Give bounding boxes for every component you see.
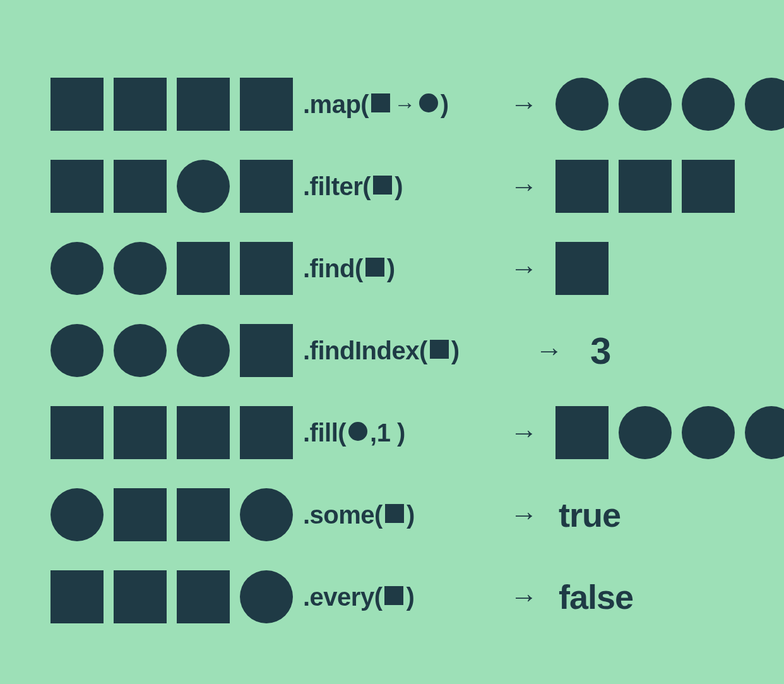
output-shapes [543, 406, 784, 459]
method-row-4: .fill(,1 )→ [50, 392, 734, 474]
circle-icon [114, 324, 167, 377]
method-label: .findIndex() [303, 337, 505, 365]
circle-icon [619, 78, 672, 131]
square-icon [240, 78, 293, 131]
method-prefix: .find( [303, 255, 363, 283]
square-icon [555, 242, 609, 295]
square-icon [50, 406, 104, 459]
result-arrow-icon: → [530, 335, 568, 366]
input-shapes [50, 570, 303, 623]
method-label: .some() [303, 501, 505, 529]
method-suffix: ) [441, 90, 449, 119]
method-row-5: .some()→true [50, 474, 734, 556]
method-suffix: ) [395, 172, 403, 201]
circle-icon [177, 324, 230, 377]
output-text: false [543, 577, 633, 616]
method-row-3: .findIndex()→3 [50, 309, 734, 392]
square-icon [555, 160, 609, 213]
square-icon [240, 324, 293, 377]
circle-icon [745, 406, 784, 459]
method-prefix: .fill( [303, 419, 346, 447]
circle-icon [619, 406, 672, 459]
square-icon [177, 78, 230, 131]
method-suffix: ) [451, 337, 460, 365]
square-icon [371, 93, 390, 112]
method-prefix: .some( [303, 501, 383, 529]
square-icon [384, 586, 403, 605]
circle-icon [419, 93, 438, 112]
method-row-0: .map(→)→ [50, 63, 734, 145]
method-label: .every() [303, 583, 505, 611]
circle-icon [50, 324, 104, 377]
method-suffix: ) [387, 255, 395, 283]
circle-icon [745, 78, 784, 131]
square-icon [50, 570, 104, 623]
circle-icon [177, 160, 230, 213]
method-label: .map(→) [303, 90, 505, 119]
method-prefix: .findIndex( [303, 337, 427, 365]
circle-icon [240, 570, 293, 623]
square-icon [114, 78, 167, 131]
method-suffix: ) [406, 583, 414, 611]
result-arrow-icon: → [505, 581, 543, 613]
output-number: 3 [568, 329, 611, 373]
output-shapes [543, 242, 609, 295]
method-label: .find() [303, 255, 505, 283]
output-shapes [543, 160, 735, 213]
input-shapes [50, 160, 303, 213]
square-icon [50, 160, 104, 213]
result-arrow-icon: → [505, 171, 543, 202]
square-icon [114, 406, 167, 459]
method-suffix: ) [407, 501, 415, 529]
method-row-6: .every()→false [50, 556, 734, 638]
square-icon [430, 340, 449, 359]
input-shapes [50, 78, 303, 131]
array-methods-diagram: .map(→)→.filter()→.find()→.findIndex()→3… [50, 63, 734, 638]
square-icon [177, 488, 230, 541]
circle-icon [555, 78, 609, 131]
square-icon [373, 176, 392, 195]
arrow-icon: → [394, 92, 415, 117]
square-icon [177, 570, 230, 623]
method-prefix: .every( [303, 583, 382, 611]
output-shapes [543, 78, 784, 131]
square-icon [240, 160, 293, 213]
method-label: .filter() [303, 172, 505, 201]
square-icon [240, 242, 293, 295]
circle-icon [682, 78, 735, 131]
method-prefix: .map( [303, 90, 369, 119]
circle-icon [682, 406, 735, 459]
circle-icon [114, 242, 167, 295]
square-icon [114, 160, 167, 213]
input-shapes [50, 406, 303, 459]
square-icon [385, 504, 404, 523]
square-icon [50, 78, 104, 131]
circle-icon [348, 422, 367, 441]
square-icon [682, 160, 735, 213]
method-label: .fill(,1 ) [303, 419, 505, 447]
result-arrow-icon: → [505, 253, 543, 284]
result-arrow-icon: → [505, 417, 543, 448]
method-suffix: ,1 ) [370, 419, 405, 447]
result-arrow-icon: → [505, 88, 543, 120]
input-shapes [50, 242, 303, 295]
input-shapes [50, 324, 303, 377]
square-icon [114, 488, 167, 541]
method-prefix: .filter( [303, 172, 371, 201]
square-icon [177, 406, 230, 459]
circle-icon [50, 242, 104, 295]
square-icon [240, 406, 293, 459]
input-shapes [50, 488, 303, 541]
square-icon [177, 242, 230, 295]
square-icon [114, 570, 167, 623]
method-row-2: .find()→ [50, 227, 734, 309]
output-text: true [543, 495, 621, 534]
square-icon [365, 258, 384, 277]
circle-icon [240, 488, 293, 541]
square-icon [619, 160, 672, 213]
circle-icon [50, 488, 104, 541]
square-icon [555, 406, 609, 459]
result-arrow-icon: → [505, 499, 543, 531]
method-row-1: .filter()→ [50, 145, 734, 227]
